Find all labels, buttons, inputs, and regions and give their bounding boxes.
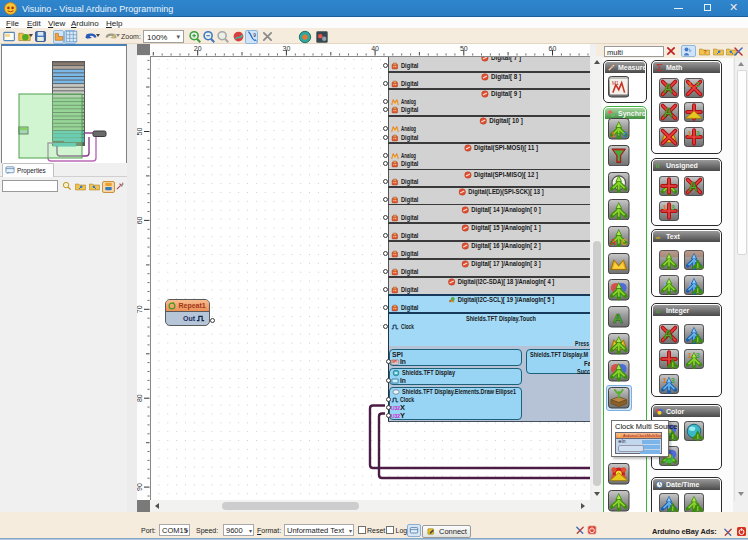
svg-text:ab: ab xyxy=(655,234,660,239)
svg-text:A: A xyxy=(610,236,617,246)
svg-text:A: A xyxy=(663,81,672,96)
svg-text:1: 1 xyxy=(662,203,666,212)
svg-text:3: 3 xyxy=(623,130,628,139)
svg-text:M1: M1 xyxy=(611,81,618,86)
svg-text:1: 1 xyxy=(662,376,666,385)
svg-text:C: C xyxy=(621,236,628,246)
svg-text:80: 80 xyxy=(137,394,143,402)
svg-text:30: 30 xyxy=(283,45,291,52)
svg-text:50: 50 xyxy=(460,45,468,52)
svg-text:20: 20 xyxy=(194,45,202,52)
svg-text:A: A xyxy=(688,179,697,194)
svg-text:1: 1 xyxy=(687,80,691,89)
svg-text:1: 1 xyxy=(687,129,691,138)
svg-text:U: U xyxy=(656,163,660,169)
svg-text:?: ? xyxy=(704,49,707,55)
svg-text:60: 60 xyxy=(549,45,557,52)
svg-text:3: 3 xyxy=(695,129,699,138)
svg-text:A: A xyxy=(663,327,672,342)
svg-text:50: 50 xyxy=(137,128,143,136)
svg-text:90: 90 xyxy=(137,483,143,491)
svg-text:1: 1 xyxy=(611,130,616,139)
svg-text:A: A xyxy=(613,311,623,326)
svg-text:40: 40 xyxy=(371,45,379,52)
svg-text:3: 3 xyxy=(695,80,699,89)
svg-text:2: 2 xyxy=(617,131,622,140)
svg-text:60: 60 xyxy=(137,216,143,224)
svg-text:1: 1 xyxy=(687,351,691,360)
svg-text:70: 70 xyxy=(137,305,143,313)
svg-text:12: 12 xyxy=(655,309,660,314)
svg-text:3: 3 xyxy=(670,203,674,212)
svg-text:9: 9 xyxy=(253,33,256,38)
svg-text:A: A xyxy=(663,106,672,121)
